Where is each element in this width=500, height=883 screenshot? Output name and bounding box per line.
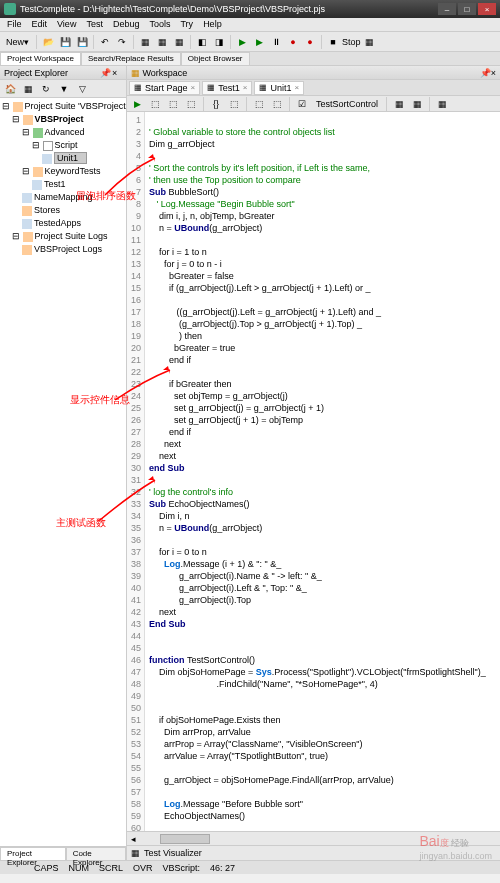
save-all-icon[interactable]: 💾 <box>74 34 90 50</box>
filter-icon[interactable]: ▼ <box>56 81 72 97</box>
code-content[interactable]: ' Global variable to store the control o… <box>145 112 500 831</box>
project-explorer-header: Project Explorer 📌 × <box>0 66 126 80</box>
menu-try[interactable]: Try <box>175 18 198 31</box>
stop-label: Stop <box>342 37 361 47</box>
tab-project-workspace[interactable]: Project Workspace <box>0 52 81 65</box>
watermark-url: jingyan.baidu.com <box>419 851 492 861</box>
close-icon[interactable]: × <box>294 83 299 92</box>
app-icon <box>4 3 16 15</box>
tool-icon[interactable]: ⬚ <box>269 96 285 112</box>
tool-icon[interactable]: ▦ <box>391 96 407 112</box>
tool-icon[interactable]: ▦ <box>362 34 378 50</box>
tool-icon[interactable]: ▦ <box>171 34 187 50</box>
pause-icon[interactable]: ⏸ <box>268 34 284 50</box>
close-icon[interactable]: × <box>491 68 496 78</box>
tool-icon[interactable]: 🏠 <box>2 81 18 97</box>
tool-icon[interactable]: ⬚ <box>147 96 163 112</box>
tool-icon[interactable]: {} <box>208 96 224 112</box>
tree-stores[interactable]: Stores <box>34 205 60 215</box>
panel-tabs: Project Workspace Search/Replace Results… <box>0 52 500 66</box>
menu-test[interactable]: Test <box>81 18 108 31</box>
tree-root[interactable]: Project Suite 'VBSProject' (1 project) <box>25 101 126 111</box>
tool-icon[interactable]: ▦ <box>20 81 36 97</box>
status-bar: CAPS NUM SCRL OVR VBScript: 46: 27 <box>0 860 500 874</box>
window-title: TestComplete - D:\Hightech\TestComplete\… <box>20 4 438 14</box>
tab-start-page[interactable]: ▦ Start Page × <box>129 81 200 95</box>
undo-icon[interactable]: ↶ <box>97 34 113 50</box>
tab-test1[interactable]: ▦ Test1 × <box>202 81 252 95</box>
tab-code-explorer[interactable]: Code Explorer <box>66 847 126 860</box>
project-explorer-toolbar: 🏠 ▦ ↻ ▼ ▽ <box>0 80 126 98</box>
checkbox-icon[interactable]: ☑ <box>294 96 310 112</box>
pin-icon[interactable]: 📌 <box>480 68 491 78</box>
tool-icon[interactable]: ⬚ <box>251 96 267 112</box>
run-icon[interactable]: ▶ <box>251 34 267 50</box>
project-explorer-panel: Project Explorer 📌 × 🏠 ▦ ↻ ▼ ▽ ⊟ Project… <box>0 66 127 860</box>
tool-icon[interactable]: ◧ <box>194 34 210 50</box>
scroll-thumb[interactable] <box>160 834 210 844</box>
tree-vbslogs[interactable]: VBSProject Logs <box>34 244 102 254</box>
status-ovr: OVR <box>133 863 153 873</box>
project-tree[interactable]: ⊟ Project Suite 'VBSProject' (1 project)… <box>0 98 126 846</box>
tree-keyword[interactable]: KeywordTests <box>45 166 101 176</box>
tool-icon[interactable]: ▦ <box>409 96 425 112</box>
tree-tested[interactable]: TestedApps <box>34 218 81 228</box>
test-name: TestSortControl <box>312 99 382 109</box>
tool-icon[interactable]: ⬚ <box>165 96 181 112</box>
tree-logs[interactable]: Project Suite Logs <box>35 231 108 241</box>
record-icon[interactable]: ● <box>302 34 318 50</box>
minimize-button[interactable]: – <box>438 3 456 15</box>
new-button[interactable]: New ▾ <box>2 37 33 47</box>
status-caps: CAPS <box>34 863 59 873</box>
tool-icon[interactable]: ⬚ <box>226 96 242 112</box>
stop-icon[interactable]: ■ <box>325 34 341 50</box>
menu-view[interactable]: View <box>52 18 81 31</box>
save-icon[interactable]: 💾 <box>57 34 73 50</box>
status-num: NUM <box>69 863 90 873</box>
visualizer-title: Test Visualizer <box>144 848 202 858</box>
tree-test1[interactable]: Test1 <box>44 179 66 189</box>
tool-icon[interactable]: ◨ <box>211 34 227 50</box>
close-icon[interactable]: × <box>191 83 196 92</box>
open-icon[interactable]: 📂 <box>40 34 56 50</box>
maximize-button[interactable]: □ <box>458 3 476 15</box>
tree-advanced[interactable]: Advanced <box>45 127 85 137</box>
menubar: File Edit View Test Debug Tools Try Help <box>0 18 500 32</box>
tool-icon[interactable]: ▦ <box>154 34 170 50</box>
code-editor[interactable]: 1234567891011121314151617181920212223242… <box>127 112 500 831</box>
editor-toolbar: ▶ ⬚ ⬚ ⬚ {} ⬚ ⬚ ⬚ ☑ TestSortControl ▦ ▦ ▦ <box>127 96 500 112</box>
tab-search-replace[interactable]: Search/Replace Results <box>81 52 181 65</box>
close-icon[interactable]: × <box>243 83 248 92</box>
filter-icon[interactable]: ▽ <box>74 81 90 97</box>
workspace-title: Workspace <box>143 68 188 78</box>
tree-project[interactable]: VBSProject <box>35 114 84 124</box>
tree-script[interactable]: Script <box>55 140 78 150</box>
status-lang: VBScript: <box>163 863 201 873</box>
workspace-header: ▦ Workspace 📌 × <box>127 66 500 80</box>
editor-area: ▦ Workspace 📌 × ▦ Start Page × ▦ Test1 ×… <box>127 66 500 860</box>
menu-edit[interactable]: Edit <box>27 18 53 31</box>
file-tabs: ▦ Start Page × ▦ Test1 × ▦ Unit1 × <box>127 80 500 96</box>
run-icon[interactable]: ▶ <box>129 96 145 112</box>
close-icon[interactable]: × <box>112 68 122 78</box>
sidebar-bottom-tabs: Project Explorer Code Explorer <box>0 846 126 860</box>
pin-icon[interactable]: 📌 <box>100 68 110 78</box>
refresh-icon[interactable]: ↻ <box>38 81 54 97</box>
tool-icon[interactable]: ▦ <box>137 34 153 50</box>
tab-project-explorer[interactable]: Project Explorer <box>0 847 66 860</box>
menu-debug[interactable]: Debug <box>108 18 145 31</box>
tool-icon[interactable]: ⬚ <box>183 96 199 112</box>
run-icon[interactable]: ▶ <box>234 34 250 50</box>
menu-tools[interactable]: Tools <box>144 18 175 31</box>
redo-icon[interactable]: ↷ <box>114 34 130 50</box>
close-button[interactable]: × <box>478 3 496 15</box>
tab-object-browser[interactable]: Object Browser <box>181 52 250 65</box>
menu-help[interactable]: Help <box>198 18 227 31</box>
tree-unit1[interactable]: Unit1 <box>54 152 87 164</box>
record-icon[interactable]: ● <box>285 34 301 50</box>
tree-namemap[interactable]: NameMapping <box>34 192 93 202</box>
tool-icon[interactable]: ▦ <box>434 96 450 112</box>
tab-unit1[interactable]: ▦ Unit1 × <box>254 81 304 95</box>
status-scrl: SCRL <box>99 863 123 873</box>
menu-file[interactable]: File <box>2 18 27 31</box>
